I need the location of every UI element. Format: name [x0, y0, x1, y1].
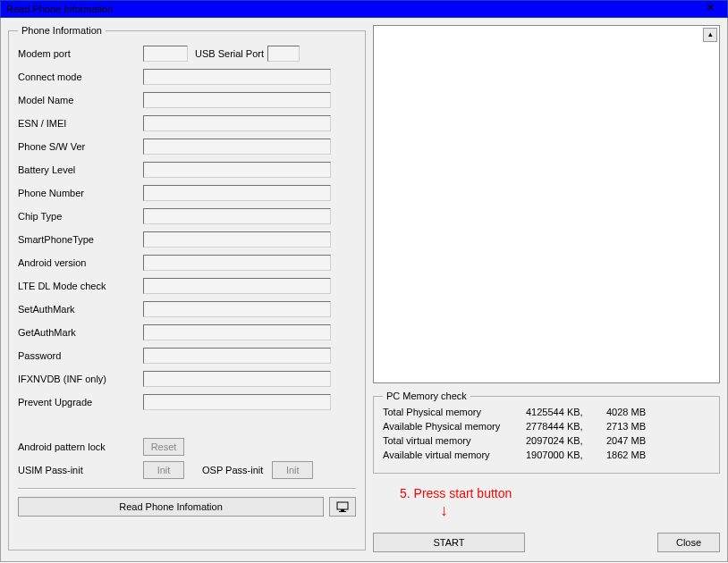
- memory-row: Available Physical memory2778444 KB,2713…: [383, 421, 710, 435]
- memory-label: Total Physical memory: [383, 407, 526, 421]
- memory-label: Total virtual memory: [383, 435, 526, 450]
- info-value: [143, 231, 331, 248]
- info-label: GetAuthMark: [18, 327, 143, 338]
- memory-mb: 1862 MB: [606, 450, 669, 464]
- close-button[interactable]: Close: [657, 533, 720, 552]
- modem-port-label: Modem port: [18, 48, 143, 59]
- phone-info-legend: Phone Information: [18, 25, 106, 36]
- info-label: Model Name: [18, 95, 143, 105]
- svg-rect-0: [337, 502, 348, 509]
- memory-label: Available virtual memory: [383, 450, 526, 464]
- info-label: SetAuthMark: [18, 304, 143, 315]
- info-label: LTE DL Mode check: [18, 281, 143, 291]
- info-value: [143, 394, 331, 410]
- memory-mb: 2047 MB: [606, 435, 669, 450]
- info-label: Password: [18, 350, 143, 361]
- log-textarea[interactable]: ▴: [373, 25, 720, 383]
- memory-kb: 4125544 KB,: [526, 407, 606, 421]
- info-row: LTE DL Mode check: [18, 275, 356, 297]
- info-value: [143, 278, 331, 294]
- info-value: [143, 255, 331, 271]
- monitor-icon: [336, 500, 349, 513]
- info-value: [143, 208, 331, 224]
- info-row: SetAuthMark: [18, 298, 356, 320]
- start-button[interactable]: START: [373, 533, 525, 552]
- info-row: ESN / IMEI: [18, 113, 356, 134]
- info-row: Model Name: [18, 89, 356, 111]
- info-row: Phone Number: [18, 182, 356, 204]
- svg-rect-2: [339, 511, 346, 512]
- info-label: SmartPhoneType: [18, 234, 143, 245]
- info-row: Android version: [18, 252, 356, 273]
- info-row: Phone S/W Ver: [18, 136, 356, 157]
- usb-serial-value: [267, 46, 300, 62]
- info-value: [143, 162, 331, 178]
- info-value: [143, 371, 331, 387]
- close-icon[interactable]: ✕: [697, 2, 724, 16]
- svg-rect-1: [341, 509, 344, 511]
- modem-port-row: Modem port USB Serial Port: [18, 43, 356, 64]
- info-row: Password: [18, 345, 356, 366]
- memory-kb: 1907000 KB,: [526, 450, 606, 464]
- client-area: Phone Information Modem port USB Serial …: [0, 18, 728, 562]
- info-row: Prevent Upgrade: [18, 391, 356, 413]
- info-label: Phone S/W Ver: [18, 141, 143, 152]
- info-value: [143, 92, 331, 108]
- scroll-up-button[interactable]: ▴: [703, 28, 717, 42]
- info-row: GetAuthMark: [18, 322, 356, 343]
- device-icon-button[interactable]: [329, 497, 356, 517]
- memory-row: Available virtual memory1907000 KB,1862 …: [383, 450, 710, 464]
- memory-row: Total Physical memory4125544 KB,4028 MB: [383, 407, 710, 421]
- info-label: Chip Type: [18, 211, 143, 222]
- memory-mb: 2713 MB: [606, 421, 669, 435]
- info-row: Chip Type: [18, 206, 356, 227]
- info-value: [143, 139, 331, 155]
- info-value: [143, 69, 331, 85]
- info-value: [143, 301, 331, 317]
- memory-mb: 4028 MB: [606, 407, 669, 421]
- usim-pass-init-label: USIM Pass-init: [18, 465, 143, 475]
- annotation-text: 5. Press start button: [400, 486, 512, 500]
- pc-memory-group: PC Memory check Total Physical memory412…: [373, 391, 720, 474]
- reset-button[interactable]: Reset: [143, 438, 184, 456]
- osp-pass-init-label: OSP Pass-init: [202, 465, 263, 475]
- titlebar: Read Phone Information ✕: [0, 0, 728, 18]
- read-phone-info-button[interactable]: Read Phone Infomation: [18, 497, 324, 517]
- info-value: [143, 185, 331, 201]
- info-label: Phone Number: [18, 188, 143, 198]
- android-pattern-lock-label: Android pattern lock: [18, 441, 143, 452]
- info-row: SmartPhoneType: [18, 229, 356, 250]
- info-value: [143, 348, 331, 364]
- info-label: ESN / IMEI: [18, 118, 143, 129]
- usb-serial-label: USB Serial Port: [195, 48, 264, 59]
- memory-kb: 2097024 KB,: [526, 435, 606, 450]
- annotation-arrow-icon: ↓: [440, 504, 448, 517]
- pc-memory-legend: PC Memory check: [383, 391, 470, 401]
- osp-init-button[interactable]: Init: [272, 461, 313, 479]
- info-label: Battery Level: [18, 164, 143, 175]
- info-row: Battery Level: [18, 159, 356, 181]
- info-label: Prevent Upgrade: [18, 397, 143, 408]
- info-row: Connect mode: [18, 66, 356, 88]
- info-value: [143, 115, 331, 131]
- memory-label: Available Physical memory: [383, 421, 526, 435]
- info-label: IFXNVDB (INF only): [18, 374, 143, 384]
- info-label: Connect mode: [18, 71, 143, 82]
- window-title: Read Phone Information: [6, 4, 113, 14]
- usim-init-button[interactable]: Init: [143, 461, 184, 479]
- memory-row: Total virtual memory2097024 KB,2047 MB: [383, 435, 710, 450]
- info-row: IFXNVDB (INF only): [18, 368, 356, 390]
- memory-kb: 2778444 KB,: [526, 421, 606, 435]
- modem-port-value: [143, 46, 188, 62]
- info-value: [143, 324, 331, 340]
- phone-info-group: Phone Information Modem port USB Serial …: [8, 25, 366, 550]
- info-label: Android version: [18, 257, 143, 268]
- separator: [18, 488, 356, 490]
